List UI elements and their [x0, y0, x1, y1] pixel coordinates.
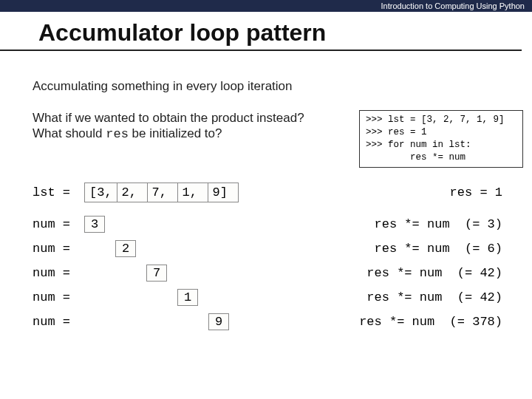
question-line2b: be initialized to?	[129, 126, 222, 140]
num-row: num =2res *= num (= 6)	[33, 240, 502, 257]
res-expr: res *= num (= 378)	[353, 315, 502, 329]
num-label: num =	[33, 290, 84, 304]
num-row: num =7res *= num (= 42)	[33, 265, 502, 282]
num-slot: 1	[84, 289, 247, 306]
res-init: res = 1	[444, 185, 502, 200]
res-expr: res *= num (= 6)	[369, 242, 502, 256]
question-text: What if we wanted to obtain the product …	[33, 110, 359, 143]
num-label: num =	[33, 217, 84, 231]
num-box: 2	[115, 240, 136, 257]
list-cells-container: [3,2,7,1,9]	[84, 183, 238, 202]
list-cell: 2,	[117, 183, 148, 202]
code-box: >>> lst = [3, 2, 7, 1, 9] >>> res = 1 >>…	[359, 110, 523, 168]
trace-area: lst = [3,2,7,1,9] res = 1 num =3res *= n…	[0, 168, 532, 330]
question-line1: What if we wanted to obtain the product …	[33, 111, 304, 125]
question-inline-code: res	[106, 127, 129, 141]
num-label: num =	[33, 266, 84, 280]
num-slot: 7	[84, 265, 247, 282]
list-cell: 7,	[147, 183, 178, 202]
question-line2a: What should	[33, 126, 106, 140]
num-row: num =1res *= num (= 42)	[33, 289, 502, 306]
num-box: 9	[208, 313, 229, 330]
num-row: num =3res *= num (= 3)	[33, 216, 502, 233]
list-cell: 1,	[177, 183, 208, 202]
num-row: num =9res *= num (= 378)	[33, 313, 502, 330]
num-box: 1	[177, 289, 198, 306]
num-slot: 3	[84, 216, 247, 233]
slide-title: Accumulator loop pattern	[0, 12, 522, 51]
lst-label: lst =	[33, 185, 84, 200]
num-label: num =	[33, 242, 84, 256]
question-row: What if we wanted to obtain the product …	[0, 94, 532, 168]
res-expr: res *= num (= 42)	[361, 266, 502, 280]
list-cell: 9]	[208, 183, 239, 202]
num-box: 7	[146, 265, 167, 282]
res-expr: res *= num (= 3)	[369, 217, 502, 231]
slide-subtitle: Accumulating something in every loop ite…	[0, 51, 532, 94]
list-cell: [3,	[84, 183, 117, 202]
book-header: Introduction to Computing Using Python	[0, 0, 532, 12]
num-label: num =	[33, 315, 84, 329]
num-slot: 9	[84, 313, 247, 330]
num-box: 3	[84, 216, 105, 233]
num-slot: 2	[84, 240, 247, 257]
lst-row: lst = [3,2,7,1,9] res = 1	[33, 183, 502, 202]
res-expr: res *= num (= 42)	[361, 290, 502, 304]
